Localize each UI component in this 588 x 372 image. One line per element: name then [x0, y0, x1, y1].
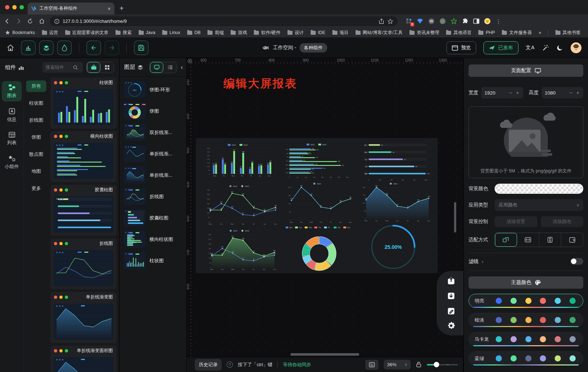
- zoom-select[interactable]: 36%∨: [384, 360, 411, 369]
- category-饼图[interactable]: 饼图: [26, 131, 46, 143]
- canvas-text-title[interactable]: 编辑大屏报表: [223, 76, 297, 91]
- browser-menu-icon[interactable]: ⋮: [495, 18, 502, 25]
- layers-tool-button[interactable]: [39, 41, 54, 55]
- bookmark-item[interactable]: 运营: [42, 30, 58, 36]
- width-plus-button[interactable]: +: [515, 90, 520, 96]
- reload-icon[interactable]: [27, 18, 33, 25]
- component-card[interactable]: 柱状图: [50, 78, 117, 129]
- category-更多[interactable]: 更多: [26, 183, 46, 194]
- layer-item[interactable]: 25%饼图-环形: [124, 81, 183, 98]
- canvas-chart-柱状图[interactable]: data1data2050100150200250300350120200150…: [202, 142, 277, 179]
- extensions-puzzle-icon[interactable]: [462, 18, 468, 25]
- import-icon[interactable]: [446, 291, 456, 301]
- category-所有[interactable]: 所有: [26, 80, 46, 92]
- canvas-chart-单折线图[interactable]: data10501001502001202001508070110130MonT…: [284, 181, 354, 225]
- category-柱状图[interactable]: 柱状图: [26, 97, 46, 109]
- width-stepper[interactable]: 1920 − +: [481, 87, 523, 99]
- zoom-slider[interactable]: [427, 364, 458, 365]
- apply-type-select[interactable]: 应用颜色∨: [495, 199, 583, 211]
- height-minus-button[interactable]: −: [569, 90, 573, 96]
- new-tab-button[interactable]: +: [119, 4, 124, 13]
- bookmark-item[interactable]: PHP: [478, 30, 495, 36]
- bookmark-item[interactable]: Java: [139, 30, 155, 36]
- height-stepper[interactable]: 1080 − +: [542, 87, 584, 99]
- toolbox-view-button[interactable]: [87, 62, 100, 73]
- bookmark-item[interactable]: DB: [187, 30, 201, 36]
- dashboard-preview[interactable]: data1data2050100150200250300350120200150…: [196, 138, 438, 273]
- extension-star-icon[interactable]: [450, 18, 457, 25]
- fit-height-button[interactable]: [539, 233, 561, 247]
- component-card[interactable]: 单折线渐变图: [50, 292, 117, 343]
- canvas-chart-横向柱状图[interactable]: data1data2050100150200250300350120200150…: [282, 142, 354, 179]
- bookmark-item[interactable]: 软件/硬件: [254, 30, 280, 36]
- bookmarks-root[interactable]: Bookmarks: [5, 30, 35, 35]
- grid-view-button[interactable]: [100, 62, 114, 73]
- bookmark-item[interactable]: 项目: [332, 30, 349, 36]
- search-input[interactable]: [46, 65, 71, 70]
- theme-drop-tool-button[interactable]: [57, 41, 72, 55]
- history-panel-icon[interactable]: [365, 360, 378, 370]
- component-search[interactable]: [42, 62, 83, 73]
- minimize-window-button[interactable]: [12, 5, 17, 9]
- fit-width-button[interactable]: [517, 233, 539, 247]
- component-card[interactable]: 单折线渐变面积图: [50, 346, 117, 372]
- lock-icon[interactable]: [416, 361, 421, 368]
- charts-tool-button[interactable]: [21, 41, 35, 55]
- category-折线图[interactable]: 折线图: [26, 114, 46, 126]
- help-icon[interactable]: ?: [227, 361, 233, 368]
- magic-wand-icon[interactable]: [542, 44, 549, 51]
- layer-item[interactable]: 饼图: [124, 103, 183, 120]
- extension-gem-icon[interactable]: [417, 18, 423, 25]
- forward-icon[interactable]: [15, 18, 22, 25]
- browser-tab[interactable]: 工作空间-各种组件 ×: [28, 3, 114, 14]
- theme-row-暗淡[interactable]: 暗淡: [469, 313, 583, 327]
- sidebar-item-列表[interactable]: 列表: [2, 129, 22, 149]
- bookmark-item[interactable]: 网站/博客/文章/工具: [356, 30, 403, 36]
- component-card[interactable]: 横向柱状图: [50, 131, 117, 182]
- clear-color-button[interactable]: 清除颜色: [541, 216, 584, 227]
- share-icon[interactable]: [379, 18, 384, 24]
- category-散点图[interactable]: 散点图: [26, 149, 46, 160]
- canvas-chart-单折线渐变面积图[interactable]: data10501001502001202001508070110130MonT…: [358, 181, 432, 223]
- bookmark-item[interactable]: 设计: [287, 30, 304, 36]
- canvas-chart-双折线渐变面积图[interactable]: data1data2050100150200250300350120200150…: [204, 228, 278, 272]
- bookmark-item[interactable]: 文件服务器: [502, 30, 532, 36]
- canvas-chart-折线图[interactable]: data1data2050100150200250300350120200150…: [202, 183, 279, 227]
- sidebar-item-图表[interactable]: 图表: [2, 81, 22, 101]
- site-info-icon[interactable]: [54, 19, 59, 24]
- height-plus-button[interactable]: +: [576, 90, 580, 96]
- bookmark-item[interactable]: Linux: [162, 30, 180, 36]
- canvas-chart-胶囊柱图[interactable]: 厦门20南阳40北京60上海80新疆100020406080100: [360, 142, 434, 181]
- fit-stretch-button[interactable]: [561, 233, 583, 247]
- undo-button[interactable]: [87, 41, 101, 55]
- project-name-badge[interactable]: 各种组件: [299, 43, 327, 53]
- export-icon[interactable]: [446, 276, 456, 286]
- bookmark-item[interactable]: IDE: [311, 30, 326, 36]
- close-window-button[interactable]: [5, 5, 9, 9]
- tab-close-icon[interactable]: ×: [108, 5, 111, 12]
- width-minus-button[interactable]: −: [508, 90, 513, 96]
- bookmark-item[interactable]: 资讯未整理: [410, 30, 440, 36]
- theme-row-明亮[interactable]: 明亮: [469, 294, 583, 308]
- layer-item[interactable]: 柱状图: [124, 252, 183, 269]
- bookmark-other[interactable]: 其他书签: [555, 30, 581, 36]
- dark-mode-moon-icon[interactable]: [556, 45, 563, 51]
- list-view-button[interactable]: [163, 62, 177, 73]
- theme-row-蓝绿[interactable]: 蓝绿: [469, 351, 583, 365]
- layer-item[interactable]: 单折线渐...: [124, 145, 183, 162]
- collapse-panel-icon[interactable]: ‹: [181, 64, 183, 71]
- layer-item[interactable]: 胶囊柱图: [124, 209, 183, 226]
- layer-item[interactable]: 双折线渐...: [124, 124, 183, 141]
- edit-icon[interactable]: [446, 306, 456, 316]
- chevron-right-icon[interactable]: ›: [482, 258, 483, 264]
- sidebar-item-小组件[interactable]: 小组件: [2, 152, 22, 172]
- bookmark-item[interactable]: 游戏: [231, 30, 247, 36]
- save-button[interactable]: [134, 41, 148, 55]
- macos-traffic-lights[interactable]: [5, 5, 24, 9]
- home-icon[interactable]: [38, 18, 45, 25]
- slider-knob[interactable]: [434, 362, 439, 367]
- thumbnail-view-button[interactable]: [150, 62, 163, 73]
- background-color-swatch[interactable]: [495, 184, 583, 194]
- bookmark-item[interactable]: 其他语言: [446, 30, 471, 36]
- user-avatar[interactable]: [571, 42, 581, 53]
